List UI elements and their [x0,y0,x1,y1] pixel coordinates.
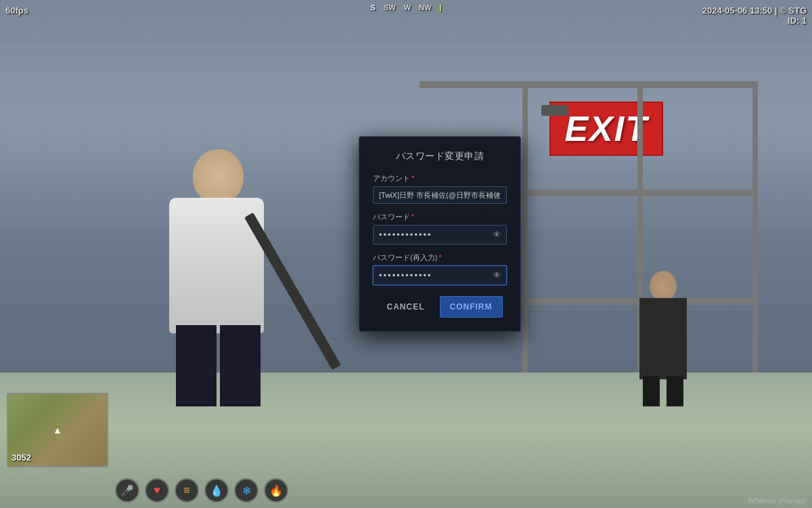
account-select[interactable]: [TwiX]日野 市長補佐(@日野市長補佐) [373,186,507,204]
confirm-button[interactable]: CONFiRM [440,296,503,318]
npc-body [639,298,687,379]
password-confirm-label: パスワード(再入力)* [373,253,507,263]
account-select-wrapper: [TwiX]日野 市長補佐(@日野市長補佐) ▼ [373,186,507,204]
npc-character [636,271,690,406]
password-confirm-eye-icon[interactable]: 👁 [493,270,501,280]
player-character [149,149,284,406]
npc-pants-right [667,376,683,406]
ground [0,373,812,508]
character-pants-right [220,325,261,406]
character-head [193,149,244,203]
account-label: アカウント* [373,173,507,184]
dialog-title: パスワード変更申請 [373,150,507,163]
cancel-button[interactable]: CANCEL [378,296,434,318]
password-confirm-input-wrapper: 👁 [373,266,507,285]
account-form-group: アカウント* [TwiX]日野 市長補佐(@日野市長補佐) ▼ [373,173,507,204]
character-pants-left [176,325,217,406]
door-frame [522,81,528,406]
password-confirm-input[interactable] [373,266,507,285]
password-label: パスワード* [373,212,507,222]
password-change-dialog: パスワード変更申請 アカウント* [TwiX]日野 市長補佐(@日野市長補佐) … [359,136,521,332]
security-camera [541,105,568,116]
password-input[interactable] [373,225,507,245]
door-bar [420,81,758,88]
password-confirm-form-group: パスワード(再入力)* 👁 [373,253,507,285]
door-frame [752,81,758,406]
npc-head [650,271,677,301]
password-input-wrapper: 👁 [373,225,507,245]
password-form-group: パスワード* 👁 [373,212,507,245]
dialog-buttons: CANCEL CONFiRM [373,296,507,318]
npc-pants-left [643,376,660,406]
password-eye-icon[interactable]: 👁 [493,230,501,240]
